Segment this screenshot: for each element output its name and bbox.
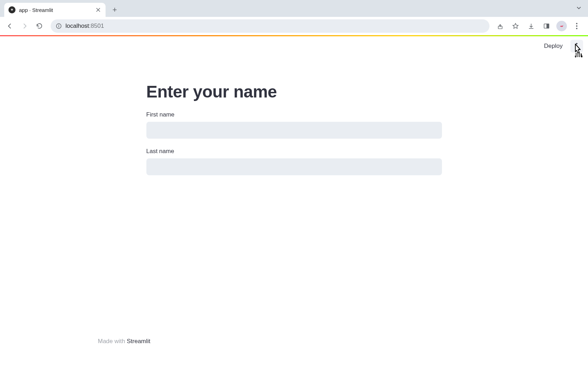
downloads-icon[interactable] (525, 20, 537, 32)
panel-icon[interactable] (541, 20, 552, 32)
url-text: localhost:8501 (65, 23, 104, 30)
tabs-dropdown-icon[interactable] (576, 5, 582, 12)
app-footer: Made with Streamlit (98, 338, 150, 345)
share-icon[interactable] (494, 20, 506, 32)
browser-menu-icon[interactable] (571, 20, 582, 32)
bookmark-star-icon[interactable] (510, 20, 521, 32)
nav-bar: localhost:8501 (0, 17, 588, 35)
site-info-icon[interactable] (56, 23, 62, 29)
app-header: Deploy (539, 36, 588, 56)
last-name-input[interactable] (146, 158, 442, 175)
browser-chrome: app · Streamlit + (0, 0, 588, 35)
footer-prefix: Made with (98, 338, 127, 345)
app-container: Deploy (0, 36, 588, 366)
url-host: localhost (65, 23, 89, 29)
form-group-last-name: Last name (146, 148, 442, 175)
cursor-pointer-icon (573, 43, 586, 59)
tab-bar: app · Streamlit + (0, 0, 588, 17)
reload-button[interactable] (33, 20, 46, 32)
footer-brand[interactable]: Streamlit (127, 338, 150, 345)
url-port: :8501 (89, 23, 104, 29)
forward-button[interactable] (18, 20, 31, 32)
first-name-input[interactable] (146, 122, 442, 139)
profile-avatar[interactable] (556, 21, 567, 31)
form-group-first-name: First name (146, 111, 442, 139)
deploy-button[interactable]: Deploy (539, 40, 568, 52)
toolbar-icons (494, 20, 584, 32)
page-title: Enter your name (146, 82, 442, 101)
back-button[interactable] (4, 20, 16, 32)
tab-close-icon[interactable] (95, 7, 101, 13)
last-name-label: Last name (146, 148, 442, 155)
app-menu-button[interactable] (570, 40, 583, 52)
app-content: Enter your name First name Last name (146, 36, 442, 175)
tab-favicon-icon (8, 6, 15, 13)
new-tab-button[interactable]: + (109, 4, 120, 15)
tab-title: app · Streamlit (19, 7, 91, 13)
address-bar[interactable]: localhost:8501 (51, 19, 489, 33)
svg-rect-11 (547, 24, 549, 28)
browser-tab[interactable]: app · Streamlit (4, 3, 106, 17)
first-name-label: First name (146, 111, 442, 118)
more-vert-icon (576, 43, 577, 49)
svg-marker-7 (513, 24, 518, 29)
